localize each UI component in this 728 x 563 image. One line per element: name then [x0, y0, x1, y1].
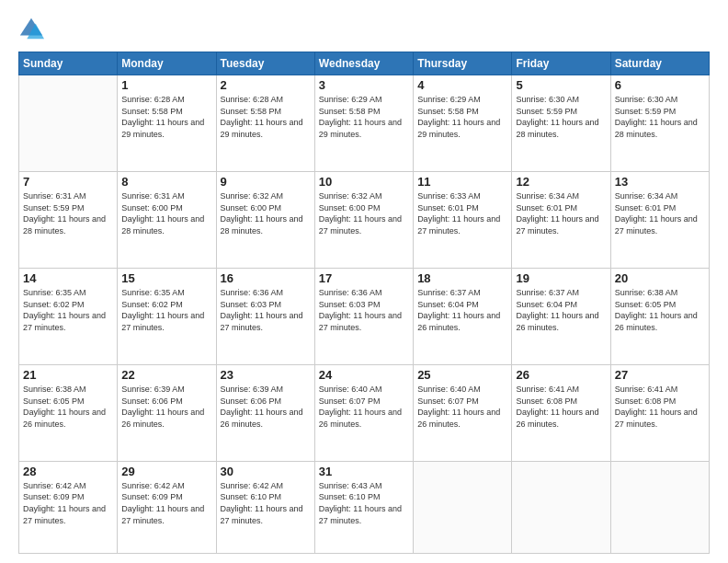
calendar-cell: 24 Sunrise: 6:40 AMSunset: 6:07 PMDaylig… — [314, 364, 413, 461]
weekday-header-wednesday: Wednesday — [314, 52, 413, 75]
cell-info: Sunrise: 6:28 AMSunset: 5:58 PMDaylight:… — [121, 94, 211, 140]
cell-info: Sunrise: 6:41 AMSunset: 6:08 PMDaylight:… — [615, 384, 705, 430]
cell-info: Sunrise: 6:37 AMSunset: 6:04 PMDaylight:… — [516, 287, 606, 333]
day-number: 3 — [319, 78, 409, 92]
calendar-cell: 26 Sunrise: 6:41 AMSunset: 6:08 PMDaylig… — [512, 364, 610, 461]
cell-info: Sunrise: 6:40 AMSunset: 6:07 PMDaylight:… — [319, 384, 409, 430]
day-number: 25 — [417, 368, 507, 382]
header — [18, 17, 710, 42]
cell-info: Sunrise: 6:42 AMSunset: 6:10 PMDaylight:… — [221, 480, 311, 526]
week-row-5: 28 Sunrise: 6:42 AMSunset: 6:09 PMDaylig… — [19, 461, 710, 553]
weekday-header-thursday: Thursday — [414, 52, 512, 75]
weekday-header-saturday: Saturday — [610, 52, 709, 75]
day-number: 17 — [319, 271, 409, 285]
day-number: 6 — [615, 78, 705, 92]
calendar-cell — [512, 461, 610, 553]
weekday-header-monday: Monday — [118, 52, 216, 75]
weekday-header-row: SundayMondayTuesdayWednesdayThursdayFrid… — [19, 52, 710, 75]
day-number: 11 — [417, 175, 507, 189]
weekday-header-tuesday: Tuesday — [216, 52, 314, 75]
day-number: 8 — [121, 175, 211, 189]
day-number: 12 — [516, 175, 606, 189]
day-number: 29 — [121, 465, 211, 478]
calendar-cell: 14 Sunrise: 6:35 AMSunset: 6:02 PMDaylig… — [19, 268, 118, 364]
day-number: 18 — [417, 271, 507, 285]
day-number: 7 — [23, 175, 113, 189]
calendar-cell: 5 Sunrise: 6:30 AMSunset: 5:59 PMDayligh… — [512, 75, 610, 172]
cell-info: Sunrise: 6:39 AMSunset: 6:06 PMDaylight:… — [121, 384, 211, 430]
cell-info: Sunrise: 6:30 AMSunset: 5:59 PMDaylight:… — [516, 94, 606, 140]
calendar-cell: 6 Sunrise: 6:30 AMSunset: 5:59 PMDayligh… — [610, 75, 709, 172]
calendar-cell: 30 Sunrise: 6:42 AMSunset: 6:10 PMDaylig… — [216, 461, 314, 553]
cell-info: Sunrise: 6:29 AMSunset: 5:58 PMDaylight:… — [319, 94, 409, 140]
day-number: 23 — [221, 368, 311, 382]
calendar-cell: 23 Sunrise: 6:39 AMSunset: 6:06 PMDaylig… — [216, 364, 314, 461]
logo — [18, 17, 48, 42]
cell-info: Sunrise: 6:31 AMSunset: 5:59 PMDaylight:… — [23, 190, 113, 236]
calendar-cell: 12 Sunrise: 6:34 AMSunset: 6:01 PMDaylig… — [512, 171, 610, 268]
calendar-cell: 17 Sunrise: 6:36 AMSunset: 6:03 PMDaylig… — [314, 268, 413, 364]
calendar-cell: 25 Sunrise: 6:40 AMSunset: 6:07 PMDaylig… — [414, 364, 512, 461]
day-number: 10 — [319, 175, 409, 189]
cell-info: Sunrise: 6:34 AMSunset: 6:01 PMDaylight:… — [615, 190, 705, 236]
calendar-cell: 3 Sunrise: 6:29 AMSunset: 5:58 PMDayligh… — [314, 75, 413, 172]
calendar-cell: 21 Sunrise: 6:38 AMSunset: 6:05 PMDaylig… — [19, 364, 118, 461]
day-number: 27 — [615, 368, 705, 382]
cell-info: Sunrise: 6:40 AMSunset: 6:07 PMDaylight:… — [417, 384, 507, 430]
day-number: 22 — [121, 368, 211, 382]
calendar-cell: 19 Sunrise: 6:37 AMSunset: 6:04 PMDaylig… — [512, 268, 610, 364]
calendar-table: SundayMondayTuesdayWednesdayThursdayFrid… — [18, 52, 710, 554]
day-number: 9 — [221, 175, 311, 189]
week-row-2: 7 Sunrise: 6:31 AMSunset: 5:59 PMDayligh… — [19, 171, 710, 268]
day-number: 13 — [615, 175, 705, 189]
calendar-cell: 16 Sunrise: 6:36 AMSunset: 6:03 PMDaylig… — [216, 268, 314, 364]
cell-info: Sunrise: 6:34 AMSunset: 6:01 PMDaylight:… — [516, 190, 606, 236]
cell-info: Sunrise: 6:38 AMSunset: 6:05 PMDaylight:… — [615, 287, 705, 333]
calendar-cell: 22 Sunrise: 6:39 AMSunset: 6:06 PMDaylig… — [118, 364, 216, 461]
week-row-1: 1 Sunrise: 6:28 AMSunset: 5:58 PMDayligh… — [19, 75, 710, 172]
day-number: 26 — [516, 368, 606, 382]
cell-info: Sunrise: 6:41 AMSunset: 6:08 PMDaylight:… — [516, 384, 606, 430]
calendar-cell: 10 Sunrise: 6:32 AMSunset: 6:00 PMDaylig… — [314, 171, 413, 268]
day-number: 19 — [516, 271, 606, 285]
day-number: 5 — [516, 78, 606, 92]
cell-info: Sunrise: 6:35 AMSunset: 6:02 PMDaylight:… — [23, 287, 113, 333]
calendar-cell: 28 Sunrise: 6:42 AMSunset: 6:09 PMDaylig… — [19, 461, 118, 553]
calendar-cell: 13 Sunrise: 6:34 AMSunset: 6:01 PMDaylig… — [610, 171, 709, 268]
calendar-cell — [19, 75, 118, 172]
day-number: 31 — [319, 465, 409, 478]
calendar-cell: 11 Sunrise: 6:33 AMSunset: 6:01 PMDaylig… — [414, 171, 512, 268]
day-number: 16 — [221, 271, 311, 285]
cell-info: Sunrise: 6:43 AMSunset: 6:10 PMDaylight:… — [319, 480, 409, 526]
cell-info: Sunrise: 6:31 AMSunset: 6:00 PMDaylight:… — [121, 190, 211, 236]
day-number: 4 — [417, 78, 507, 92]
day-number: 21 — [23, 368, 113, 382]
calendar-cell — [610, 461, 709, 553]
day-number: 24 — [319, 368, 409, 382]
day-number: 20 — [615, 271, 705, 285]
cell-info: Sunrise: 6:39 AMSunset: 6:06 PMDaylight:… — [221, 384, 311, 430]
cell-info: Sunrise: 6:28 AMSunset: 5:58 PMDaylight:… — [221, 94, 311, 140]
calendar-cell: 1 Sunrise: 6:28 AMSunset: 5:58 PMDayligh… — [118, 75, 216, 172]
week-row-3: 14 Sunrise: 6:35 AMSunset: 6:02 PMDaylig… — [19, 268, 710, 364]
cell-info: Sunrise: 6:36 AMSunset: 6:03 PMDaylight:… — [319, 287, 409, 333]
weekday-header-sunday: Sunday — [19, 52, 118, 75]
cell-info: Sunrise: 6:38 AMSunset: 6:05 PMDaylight:… — [23, 384, 113, 430]
cell-info: Sunrise: 6:29 AMSunset: 5:58 PMDaylight:… — [417, 94, 507, 140]
cell-info: Sunrise: 6:36 AMSunset: 6:03 PMDaylight:… — [221, 287, 311, 333]
weekday-header-friday: Friday — [512, 52, 610, 75]
cell-info: Sunrise: 6:33 AMSunset: 6:01 PMDaylight:… — [417, 190, 507, 236]
calendar-cell: 18 Sunrise: 6:37 AMSunset: 6:04 PMDaylig… — [414, 268, 512, 364]
day-number: 2 — [221, 78, 311, 92]
calendar-cell: 8 Sunrise: 6:31 AMSunset: 6:00 PMDayligh… — [118, 171, 216, 268]
cell-info: Sunrise: 6:35 AMSunset: 6:02 PMDaylight:… — [121, 287, 211, 333]
calendar-cell: 31 Sunrise: 6:43 AMSunset: 6:10 PMDaylig… — [314, 461, 413, 553]
cell-info: Sunrise: 6:37 AMSunset: 6:04 PMDaylight:… — [417, 287, 507, 333]
cell-info: Sunrise: 6:32 AMSunset: 6:00 PMDaylight:… — [319, 190, 409, 236]
logo-icon — [18, 17, 44, 42]
calendar-cell: 4 Sunrise: 6:29 AMSunset: 5:58 PMDayligh… — [414, 75, 512, 172]
cell-info: Sunrise: 6:42 AMSunset: 6:09 PMDaylight:… — [121, 480, 211, 526]
page: SundayMondayTuesdayWednesdayThursdayFrid… — [0, 0, 728, 563]
calendar-cell: 2 Sunrise: 6:28 AMSunset: 5:58 PMDayligh… — [216, 75, 314, 172]
cell-info: Sunrise: 6:30 AMSunset: 5:59 PMDaylight:… — [615, 94, 705, 140]
